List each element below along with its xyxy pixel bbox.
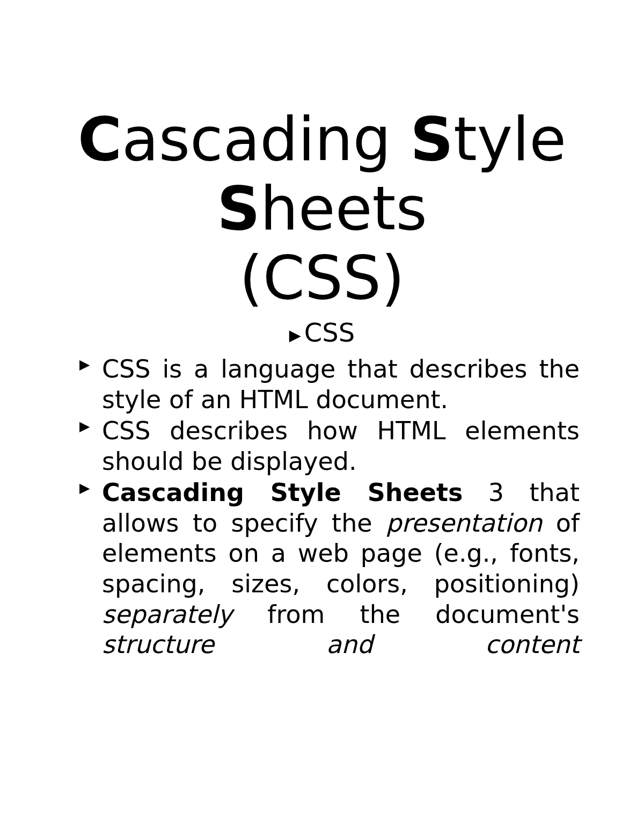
title-cap-s1: S: [410, 104, 453, 174]
bullet-text: CSS describes how HTML elements should b…: [102, 416, 580, 476]
bullet-italic: separately: [102, 600, 232, 629]
bullet-bold: Cascading Style Sheets: [102, 478, 463, 507]
title-cap-c: C: [78, 104, 122, 174]
title-cap-s2: S: [217, 173, 260, 243]
list-item: CSS describes how HTML elements should b…: [79, 416, 580, 476]
subhead-text: CSS: [304, 317, 355, 347]
page-title: Cascading Style Sheets (CSS): [64, 105, 580, 312]
bullet-text: from the document's: [232, 600, 580, 629]
bullet-italic: presentation: [386, 509, 542, 538]
list-item: CSS is a language that describes the sty…: [79, 354, 580, 415]
bullet-list: CSS is a language that describes the sty…: [64, 354, 580, 690]
list-item: Cascading Style Sheets 3 that allows to …: [79, 477, 580, 690]
bullet-text: CSS is a language that describes the sty…: [102, 354, 580, 414]
title-part-2: tyle: [453, 104, 566, 174]
title-part-1: ascading: [122, 104, 410, 174]
title-part-3: heets: [260, 173, 427, 243]
triangle-icon: ▶: [289, 326, 301, 345]
title-parenthetical: (CSS): [239, 243, 405, 313]
bullet-italic: structure and content: [102, 630, 580, 659]
subhead: ▶CSS: [64, 317, 580, 349]
